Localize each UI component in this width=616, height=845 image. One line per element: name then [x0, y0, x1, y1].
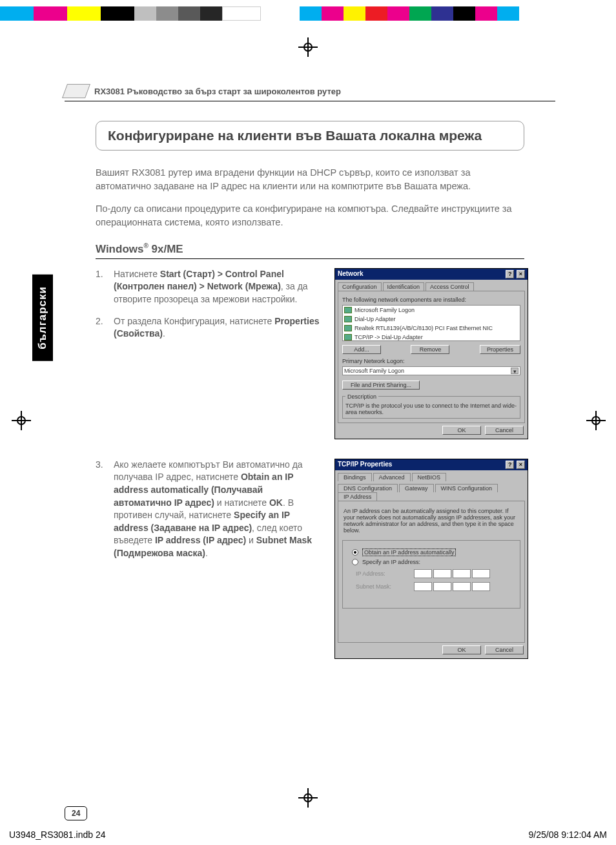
ok-button[interactable]: OK — [442, 645, 481, 654]
steps-list-b: 3. Ако желаете компютърът Ви автоматично… — [96, 459, 322, 659]
tab-ip-address[interactable]: IP Address — [338, 492, 377, 501]
primary-logon-label: Primary Network Logon: — [342, 358, 520, 364]
tab-advanced[interactable]: Advanced — [373, 473, 411, 481]
tcpip-dialog: TCP/IP Properties ? × Bindings Advanced … — [334, 459, 528, 659]
tab-dns[interactable]: DNS Configuration — [338, 484, 398, 492]
step-item: 2. От раздела Конфигурация, натиснете Pr… — [96, 315, 322, 340]
cancel-button[interactable]: Cancel — [485, 426, 524, 435]
registration-mark-icon — [586, 411, 606, 430]
radio-icon — [352, 549, 358, 556]
language-tab: български — [32, 275, 53, 361]
step-item: 3. Ако желаете компютърът Ви автоматично… — [96, 459, 322, 560]
section-title-text: Конфигуриране на клиенти във Вашата лока… — [108, 128, 512, 143]
chevron-down-icon: ▾ — [511, 368, 518, 374]
page-content: български RX3081 Ръководство за бърз ста… — [65, 84, 555, 769]
help-button[interactable]: ? — [506, 270, 514, 278]
primary-logon-dropdown[interactable]: Microsoft Family Logon ▾ — [342, 366, 520, 375]
radio-icon — [352, 559, 358, 565]
dialog-panel: An IP address can be automatically assig… — [338, 501, 525, 643]
registration-mark-icon — [12, 411, 31, 430]
page-number: 24 — [65, 806, 87, 820]
footer-right: 9/25/08 9:12:04 AM — [529, 829, 607, 840]
ok-button[interactable]: OK — [442, 426, 481, 435]
dialog-tabs: Configuration Identification Access Cont… — [338, 282, 525, 291]
radio-specify[interactable]: Specify an IP address: — [352, 559, 511, 565]
close-button[interactable]: × — [517, 270, 525, 278]
cancel-button[interactable]: Cancel — [485, 645, 524, 654]
ip-address-field: IP Address: — [356, 569, 507, 578]
os-subheading: Windows® 9x/ME — [96, 242, 524, 259]
subnet-field: Subnet Mask: — [356, 582, 507, 591]
footer-left: U3948_RS3081.indb 24 — [9, 829, 105, 840]
description-group: Description TCP/IP is the protocol you u… — [342, 393, 520, 419]
dialog-title: TCP/IP Properties — [338, 461, 392, 469]
properties-button[interactable]: Properties — [480, 345, 520, 354]
dialog-panel: The following network components are ins… — [338, 291, 525, 423]
file-print-sharing-button[interactable]: File and Print Sharing... — [342, 381, 420, 390]
ip-input[interactable] — [414, 569, 490, 578]
print-color-bar — [0, 6, 616, 21]
add-button[interactable]: Add... — [342, 345, 381, 354]
network-item-icon — [344, 334, 352, 340]
step-item: 1. Натиснете Start (Старт) > Control Pan… — [96, 268, 322, 306]
subnet-input[interactable] — [414, 582, 490, 591]
radio-obtain-auto[interactable]: Obtain an IP address automatically — [352, 548, 511, 556]
tab-gateway[interactable]: Gateway — [399, 484, 434, 492]
registration-mark-icon — [298, 788, 318, 808]
section-title: Конфигуриране на клиенти във Вашата лока… — [96, 121, 524, 151]
page-header: RX3081 Ръководство за бърз старт за широ… — [65, 84, 555, 101]
network-item-icon — [344, 316, 352, 322]
registration-mark-icon — [298, 37, 318, 57]
network-dialog: Network ? × Configuration Identification… — [334, 268, 528, 439]
components-listbox[interactable]: Microsoft Family Logon Dial-Up Adapter R… — [342, 305, 520, 341]
tab-wins[interactable]: WINS Configuration — [435, 484, 498, 492]
tab-identification[interactable]: Identification — [383, 282, 425, 291]
router-icon — [62, 84, 90, 98]
info-text: An IP address can be automatically assig… — [344, 508, 519, 534]
dialog-titlebar: TCP/IP Properties ? × — [335, 459, 528, 470]
close-button[interactable]: × — [517, 461, 525, 469]
intro-paragraph-2: По-долу са описани процедурите са конфиг… — [96, 202, 524, 229]
components-label: The following network components are ins… — [342, 297, 520, 303]
network-item-icon — [344, 325, 352, 331]
help-button[interactable]: ? — [506, 461, 514, 469]
tab-netbios[interactable]: NetBIOS — [412, 473, 447, 481]
tab-access-control[interactable]: Access Control — [426, 282, 474, 291]
steps-list-a: 1. Натиснете Start (Старт) > Control Pan… — [96, 268, 322, 439]
intro-paragraph-1: Вашият RX3081 рутер има вградени функции… — [96, 166, 524, 193]
print-footer: U3948_RS3081.indb 24 9/25/08 9:12:04 AM — [9, 829, 607, 840]
dialog-titlebar: Network ? × — [335, 269, 528, 280]
tab-configuration[interactable]: Configuration — [338, 282, 382, 291]
dialog-title: Network — [338, 270, 363, 278]
remove-button[interactable]: Remove — [411, 345, 449, 354]
tab-bindings[interactable]: Bindings — [338, 473, 372, 481]
doc-title: RX3081 Ръководство за бърз старт за широ… — [94, 87, 341, 96]
network-item-icon — [344, 307, 352, 313]
